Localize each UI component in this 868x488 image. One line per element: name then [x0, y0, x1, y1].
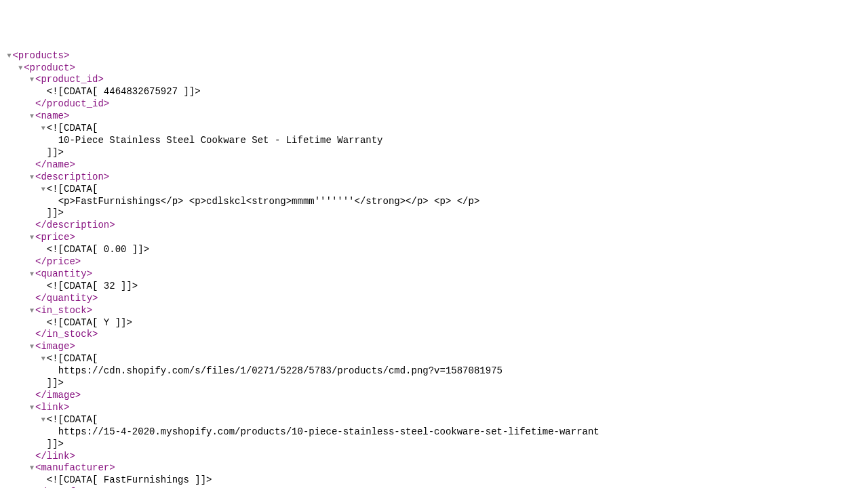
xml-line: ▼<![CDATA[: [0, 414, 868, 426]
xml-tag: <in_stock>: [35, 305, 92, 316]
xml-line: ▼<![CDATA[: [0, 123, 868, 135]
collapse-arrow-icon[interactable]: ▼: [28, 113, 35, 121]
xml-line: </product_id>: [0, 98, 868, 110]
xml-tag: <quantity>: [35, 268, 92, 279]
xml-text: ]]>: [47, 378, 64, 388]
xml-line: <![CDATA[ 0.00 ]]>: [0, 244, 868, 256]
xml-line: https://cdn.shopify.com/s/files/1/0271/5…: [0, 365, 868, 378]
xml-line: <![CDATA[ 32 ]]>: [0, 281, 868, 293]
collapse-arrow-icon[interactable]: ▼: [40, 416, 47, 425]
collapse-arrow-icon: [40, 283, 47, 291]
xml-tag: <link>: [35, 402, 69, 413]
collapse-arrow-icon: [40, 246, 47, 255]
xml-text: <![CDATA[ 4464832675927 ]]>: [47, 86, 201, 97]
xml-line: <![CDATA[ 4464832675927 ]]>: [0, 86, 868, 98]
collapse-arrow-icon: [28, 392, 35, 401]
xml-line: ▼<image>: [0, 341, 868, 353]
collapse-arrow-icon: [52, 428, 58, 437]
xml-text: <![CDATA[: [47, 184, 98, 195]
xml-text: https://15-4-2020.myshopify.com/products…: [58, 426, 599, 437]
xml-line: ▼<description>: [0, 171, 868, 184]
collapse-arrow-icon: [28, 222, 35, 230]
xml-text: <p>FastFurnishings</p> <p>cdlskcl<strong…: [58, 196, 480, 207]
collapse-arrow-icon[interactable]: ▼: [40, 355, 47, 364]
collapse-arrow-icon: [40, 476, 47, 485]
xml-tag: <price>: [35, 232, 75, 243]
collapse-arrow-icon[interactable]: ▼: [17, 64, 24, 73]
collapse-arrow-icon: [28, 161, 35, 170]
collapse-arrow-icon: [52, 137, 58, 146]
xml-tree-viewer: ▼<products> ▼<product> ▼<product_id> <![…: [0, 50, 868, 488]
xml-line: ▼<product>: [0, 62, 868, 75]
xml-line: ▼<manufacturer>: [0, 462, 868, 474]
collapse-arrow-icon[interactable]: ▼: [28, 76, 35, 85]
xml-line: </name>: [0, 159, 868, 171]
xml-line: ▼<price>: [0, 232, 868, 244]
collapse-arrow-icon: [28, 100, 35, 109]
collapse-arrow-icon[interactable]: ▼: [28, 234, 35, 243]
xml-tag: <image>: [35, 341, 75, 352]
collapse-arrow-icon: [52, 198, 58, 207]
xml-text: ]]>: [47, 207, 64, 218]
xml-line: <p>FastFurnishings</p> <p>cdlskcl<strong…: [0, 196, 868, 208]
xml-text: <![CDATA[ FastFurnishings ]]>: [47, 474, 212, 485]
xml-text: ]]>: [47, 147, 64, 158]
xml-text: 10-Piece Stainless Steel Cookware Set - …: [58, 135, 383, 146]
xml-line: </quantity>: [0, 293, 868, 305]
collapse-arrow-icon: [28, 258, 35, 267]
collapse-arrow-icon: [40, 319, 47, 328]
collapse-arrow-icon: [40, 380, 47, 388]
collapse-arrow-icon[interactable]: ▼: [28, 464, 35, 473]
collapse-arrow-icon[interactable]: ▼: [28, 270, 35, 279]
xml-line: </link>: [0, 451, 868, 463]
xml-line: https://15-4-2020.myshopify.com/products…: [0, 426, 868, 439]
xml-text: <![CDATA[: [47, 353, 98, 364]
xml-text: <![CDATA[ Y ]]>: [47, 317, 132, 328]
xml-line: ▼<![CDATA[: [0, 184, 868, 196]
collapse-arrow-icon[interactable]: ▼: [40, 125, 47, 134]
xml-tag: </in_stock>: [35, 329, 98, 340]
collapse-arrow-icon: [40, 149, 47, 158]
xml-tag: <description>: [35, 171, 109, 182]
xml-line: </in_stock>: [0, 329, 868, 341]
xml-line: </description>: [0, 220, 868, 232]
xml-line: </image>: [0, 390, 868, 402]
collapse-arrow-icon: [40, 88, 47, 97]
xml-line: ]]>: [0, 378, 868, 390]
xml-line: ▼<products>: [0, 50, 868, 62]
collapse-arrow-icon[interactable]: ▼: [28, 343, 35, 352]
xml-tag: </description>: [35, 220, 115, 230]
xml-text: ]]>: [47, 439, 64, 449]
xml-line: </price>: [0, 256, 868, 268]
collapse-arrow-icon: [28, 331, 35, 340]
xml-tag: </product_id>: [35, 98, 109, 109]
xml-line: ▼<in_stock>: [0, 305, 868, 317]
xml-tag: </quantity>: [35, 293, 98, 304]
xml-tag: <manufacturer>: [35, 462, 115, 473]
xml-text: https://cdn.shopify.com/s/files/1/0271/5…: [58, 365, 502, 376]
collapse-arrow-icon[interactable]: ▼: [28, 174, 35, 182]
collapse-arrow-icon: [40, 441, 47, 449]
collapse-arrow-icon: [52, 367, 58, 376]
xml-line: ▼<product_id>: [0, 74, 868, 86]
xml-text: <![CDATA[: [47, 123, 98, 134]
xml-line: ▼<name>: [0, 110, 868, 123]
xml-text: <![CDATA[: [47, 414, 98, 425]
xml-tag: <product>: [24, 62, 75, 73]
xml-text: <![CDATA[ 0.00 ]]>: [47, 244, 149, 255]
collapse-arrow-icon[interactable]: ▼: [5, 52, 12, 61]
collapse-arrow-icon[interactable]: ▼: [28, 307, 35, 316]
xml-line: <![CDATA[ Y ]]>: [0, 317, 868, 329]
xml-tag: <name>: [35, 110, 69, 121]
xml-line: 10-Piece Stainless Steel Cookware Set - …: [0, 135, 868, 147]
xml-tag: <products>: [12, 50, 69, 61]
xml-line: ▼<quantity>: [0, 268, 868, 281]
xml-line: ]]>: [0, 147, 868, 159]
xml-tag: </image>: [35, 390, 81, 401]
xml-tag: </link>: [35, 451, 75, 462]
xml-line: <![CDATA[ FastFurnishings ]]>: [0, 474, 868, 487]
xml-tag: </price>: [35, 256, 81, 267]
collapse-arrow-icon[interactable]: ▼: [28, 404, 35, 413]
xml-tag: <product_id>: [35, 74, 104, 85]
collapse-arrow-icon[interactable]: ▼: [40, 186, 47, 195]
